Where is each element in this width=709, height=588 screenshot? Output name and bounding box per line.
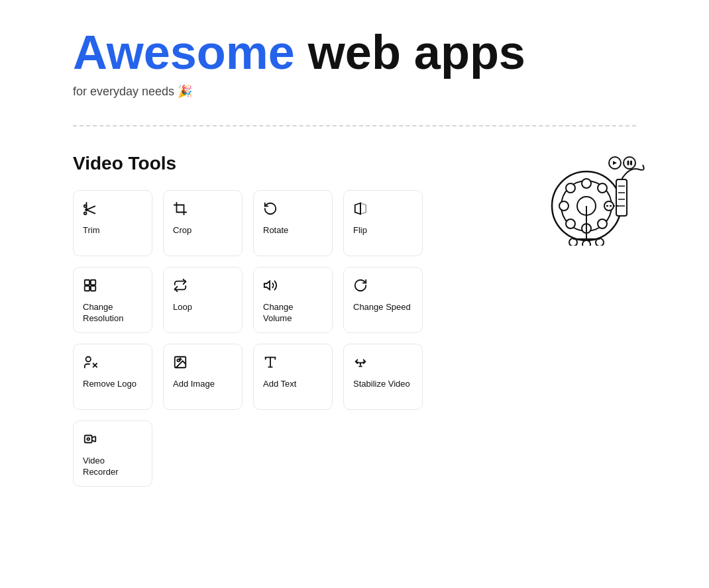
tool-card-add-text[interactable]: Add Text bbox=[253, 344, 333, 410]
svg-point-28 bbox=[582, 179, 591, 188]
add-text-icon bbox=[263, 355, 278, 372]
tool-card-stabilize-video[interactable]: Stabilize Video bbox=[343, 344, 423, 410]
svg-point-35 bbox=[598, 183, 607, 193]
trim-icon bbox=[83, 201, 97, 219]
tool-card-add-image[interactable]: Add Image bbox=[163, 344, 243, 410]
svg-point-32 bbox=[566, 183, 575, 193]
change-volume-label: Change Volume bbox=[263, 302, 323, 324]
svg-rect-10 bbox=[91, 280, 95, 285]
tool-card-loop[interactable]: Loop bbox=[163, 267, 243, 333]
headline-black: web apps bbox=[295, 26, 525, 79]
svg-point-14 bbox=[86, 357, 91, 362]
header: Awesome web apps for everyday needs 🎉 bbox=[0, 0, 709, 112]
svg-marker-7 bbox=[360, 203, 366, 215]
change-volume-icon bbox=[263, 278, 278, 295]
tool-card-change-volume[interactable]: Change Volume bbox=[253, 267, 333, 333]
tool-card-crop[interactable]: Crop bbox=[163, 190, 243, 256]
rotate-label: Rotate bbox=[263, 225, 288, 236]
headline: Awesome web apps bbox=[73, 26, 636, 79]
change-resolution-label: Change Resolution bbox=[83, 302, 142, 324]
remove-logo-label: Remove Logo bbox=[83, 379, 136, 390]
svg-point-31 bbox=[604, 201, 614, 211]
tools-grid: TrimCropRotateFlipChange ResolutionLoopC… bbox=[73, 190, 444, 487]
svg-rect-23 bbox=[85, 436, 92, 443]
svg-point-3 bbox=[85, 209, 88, 212]
tool-card-flip[interactable]: Flip bbox=[343, 190, 423, 256]
svg-point-34 bbox=[566, 219, 575, 228]
tool-card-video-recorder[interactable]: Video Recorder bbox=[73, 420, 152, 487]
svg-point-5 bbox=[84, 205, 87, 208]
svg-rect-44 bbox=[627, 161, 629, 166]
remove-logo-icon bbox=[83, 355, 97, 372]
tool-card-change-speed[interactable]: Change Speed bbox=[343, 267, 423, 333]
svg-rect-12 bbox=[91, 286, 95, 291]
svg-point-30 bbox=[559, 201, 569, 211]
video-recorder-icon bbox=[83, 432, 97, 449]
change-speed-label: Change Speed bbox=[353, 302, 411, 313]
flip-icon bbox=[353, 201, 368, 219]
svg-point-43 bbox=[624, 157, 635, 169]
section-divider bbox=[73, 125, 636, 126]
tool-card-remove-logo[interactable]: Remove Logo bbox=[73, 344, 152, 410]
subtitle: for everyday needs 🎉 bbox=[73, 84, 636, 99]
svg-point-33 bbox=[598, 219, 607, 228]
add-text-label: Add Text bbox=[263, 379, 296, 390]
svg-rect-36 bbox=[616, 179, 627, 216]
trim-label: Trim bbox=[83, 225, 100, 236]
svg-point-4 bbox=[84, 213, 87, 215]
tool-card-change-resolution[interactable]: Change Resolution bbox=[73, 267, 152, 333]
svg-marker-13 bbox=[264, 281, 270, 290]
stabilize-video-icon bbox=[353, 355, 368, 372]
svg-rect-9 bbox=[85, 280, 89, 285]
headline-blue: Awesome bbox=[73, 26, 295, 79]
crop-icon bbox=[173, 201, 188, 219]
add-image-label: Add Image bbox=[173, 379, 215, 390]
video-recorder-label: Video Recorder bbox=[83, 456, 142, 478]
stabilize-video-label: Stabilize Video bbox=[353, 379, 410, 390]
loop-label: Loop bbox=[173, 302, 192, 313]
add-image-icon bbox=[173, 355, 188, 372]
svg-marker-6 bbox=[355, 203, 360, 215]
film-reel-illustration bbox=[537, 140, 656, 246]
video-tools-section: Video Tools TrimCropRotateFlipChange Res… bbox=[0, 140, 709, 500]
svg-point-47 bbox=[582, 240, 590, 246]
svg-rect-45 bbox=[630, 161, 632, 166]
tool-card-rotate[interactable]: Rotate bbox=[253, 190, 333, 256]
flip-label: Flip bbox=[353, 225, 367, 236]
tool-card-trim[interactable]: Trim bbox=[73, 190, 152, 256]
svg-point-24 bbox=[87, 438, 89, 440]
rotate-icon bbox=[263, 201, 278, 219]
change-speed-icon bbox=[353, 278, 368, 295]
crop-label: Crop bbox=[173, 225, 191, 236]
change-resolution-icon bbox=[83, 278, 97, 295]
loop-icon bbox=[173, 278, 188, 295]
svg-rect-11 bbox=[85, 286, 89, 291]
